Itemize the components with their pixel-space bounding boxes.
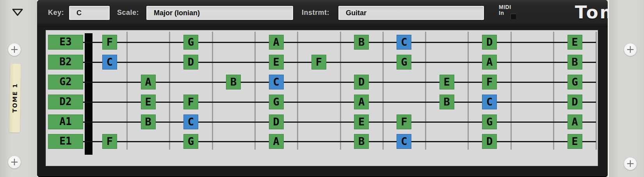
add-module-button-bottom-right[interactable]: + — [624, 157, 637, 170]
rack-left-strip: + TOME 1 + — [0, 0, 38, 177]
nut — [85, 33, 93, 155]
fret-wire — [212, 32, 213, 150]
fret-wire — [596, 32, 597, 150]
note-marker-G-D2-f5: G — [269, 95, 284, 109]
note-marker-B-E3-f7: B — [354, 35, 369, 50]
note-marker-A-D2-f7: A — [354, 95, 369, 109]
note-marker-A-E1-f5: A — [269, 134, 284, 149]
string-line-E3 — [83, 42, 596, 43]
triangle-down-icon — [13, 9, 22, 15]
string-line-B2 — [83, 62, 596, 63]
key-label: Key: — [48, 9, 64, 17]
instrument-select[interactable]: Guitar — [338, 6, 484, 20]
collapse-triangle-button[interactable] — [12, 8, 23, 17]
note-marker-D-E3-f10: D — [482, 35, 497, 50]
fret-wire — [126, 32, 128, 150]
fret-wire — [425, 32, 426, 150]
tape-label-text: TOME 1 — [9, 63, 21, 132]
fret-wire — [382, 32, 384, 150]
note-marker-D-B2-f3: D — [183, 55, 198, 70]
add-module-button-top-right[interactable]: + — [624, 43, 637, 56]
note-marker-E-G2-f9: E — [439, 75, 454, 89]
fretboard: E3FGABCDEB2CDEFGABG2ABCDEFGD2EFGABCDA1BC… — [46, 30, 598, 166]
note-marker-E-E1-f12: E — [568, 134, 582, 149]
root-note-marker-C-B2-f1: C — [102, 55, 117, 70]
note-marker-B-E1-f7: B — [354, 134, 369, 149]
note-marker-B-G2-f4: B — [226, 75, 241, 89]
module-top-bar: Key: C Scale: Major (Ionian) Instrmt: Gu… — [37, 0, 608, 27]
note-marker-A-B2-f10: A — [482, 55, 497, 70]
note-marker-F-G2-f10: F — [482, 75, 497, 89]
note-marker-F-E3-f1: F — [102, 35, 117, 50]
string-line-D2 — [83, 102, 596, 103]
note-marker-D-A1-f5: D — [269, 114, 284, 129]
scale-label: Scale: — [117, 9, 139, 17]
note-marker-D-G2-f7: D — [354, 75, 369, 89]
instrument-value: Guitar — [339, 7, 483, 17]
key-value: C — [70, 7, 109, 17]
key-select[interactable]: C — [69, 6, 110, 20]
note-marker-E-E3-f12: E — [568, 35, 582, 50]
note-marker-B-B2-f12: B — [568, 55, 582, 70]
midi-in-led-icon — [511, 14, 516, 19]
note-marker-G-E3-f3: G — [183, 35, 198, 50]
scale-select[interactable]: Major (Ionian) — [146, 6, 293, 20]
string-line-G2 — [83, 82, 596, 83]
string-line-E1 — [83, 141, 596, 142]
string-label-D2: D2 — [48, 95, 83, 109]
tome-module: Key: C Scale: Major (Ionian) Instrmt: Gu… — [37, 0, 608, 177]
string-label-E3: E3 — [48, 35, 83, 50]
instrument-label: Instrmt: — [302, 9, 329, 17]
string-label-G2: G2 — [48, 75, 83, 89]
fret-wire — [254, 32, 256, 150]
note-marker-F-B2-f6: F — [311, 55, 326, 70]
root-note-marker-C-G2-f5: C — [269, 75, 284, 89]
rack-tape-label: TOME 1 — [9, 64, 21, 132]
note-marker-G-A1-f10: G — [482, 114, 497, 129]
string-label-A1: A1 — [48, 114, 83, 129]
string-line-A1 — [83, 122, 596, 123]
note-marker-A-G2-f2: A — [141, 75, 156, 89]
note-marker-D-D2-f12: D — [568, 95, 582, 109]
fret-wire — [511, 32, 512, 150]
note-marker-B-D2-f9: B — [439, 95, 454, 109]
fret-wire — [553, 32, 554, 150]
rack-right-strip: + + — [608, 0, 644, 177]
root-note-marker-C-A1-f3: C — [183, 114, 198, 129]
root-note-marker-C-E1-f8: C — [397, 134, 411, 149]
note-marker-A-A1-f12: A — [568, 114, 582, 129]
note-marker-G-E1-f3: G — [183, 134, 198, 149]
midi-in-label: MIDI In — [499, 4, 511, 16]
note-marker-D-E1-f10: D — [482, 134, 497, 149]
note-marker-F-A1-f8: F — [397, 114, 411, 129]
fret-wire — [340, 32, 341, 150]
scale-value: Major (Ionian) — [147, 7, 292, 17]
note-marker-E-A1-f7: E — [354, 114, 369, 129]
add-module-button-bottom-left[interactable]: + — [8, 156, 21, 168]
note-marker-F-E1-f1: F — [102, 134, 117, 149]
root-note-marker-C-E3-f8: C — [397, 35, 411, 50]
string-label-E1: E1 — [48, 134, 83, 149]
fret-wire — [297, 32, 298, 150]
note-marker-E-D2-f2: E — [141, 95, 156, 109]
note-marker-G-G2-f12: G — [568, 75, 582, 89]
fret-wire — [169, 32, 170, 150]
fret-wire — [468, 32, 469, 150]
note-marker-G-B2-f8: G — [397, 55, 411, 70]
root-note-marker-C-D2-f10: C — [482, 95, 497, 109]
note-marker-A-E3-f5: A — [269, 35, 284, 50]
note-marker-B-A1-f2: B — [141, 114, 156, 129]
string-label-B2: B2 — [48, 55, 83, 70]
note-marker-E-B2-f5: E — [269, 55, 284, 70]
add-module-button-top-left[interactable]: + — [8, 43, 21, 56]
note-marker-F-D2-f3: F — [183, 95, 198, 109]
